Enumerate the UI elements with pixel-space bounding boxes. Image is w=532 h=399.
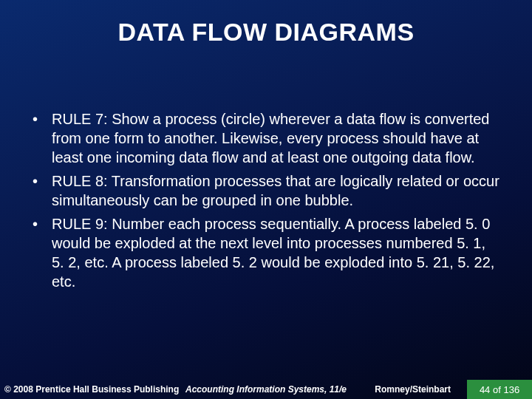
slide-body: • RULE 7: Show a process (circle) wherev… xyxy=(33,109,499,296)
slide-title: DATA FLOW DIAGRAMS xyxy=(0,18,532,47)
bullet-text: RULE 7: Show a process (circle) wherever… xyxy=(52,109,499,167)
bullet-marker: • xyxy=(33,109,52,129)
bullet-marker: • xyxy=(33,171,52,191)
bullet-text: RULE 8: Transformation processes that ar… xyxy=(52,171,499,210)
footer-book-title: Accounting Information Systems, 11/e xyxy=(0,384,532,395)
bullet-marker: • xyxy=(33,214,52,233)
footer-authors: Romney/Steinbart xyxy=(375,384,451,395)
bullet-item: • RULE 7: Show a process (circle) wherev… xyxy=(33,109,499,167)
bullet-item: • RULE 9: Number each process sequential… xyxy=(33,214,499,291)
page-number-badge: 44 of 136 xyxy=(467,380,532,399)
bullet-text: RULE 9: Number each process sequentially… xyxy=(52,214,499,291)
slide-footer: © 2008 Prentice Hall Business Publishing… xyxy=(0,380,532,399)
bullet-item: • RULE 8: Transformation processes that … xyxy=(33,171,499,210)
slide: DATA FLOW DIAGRAMS • RULE 7: Show a proc… xyxy=(0,0,532,399)
